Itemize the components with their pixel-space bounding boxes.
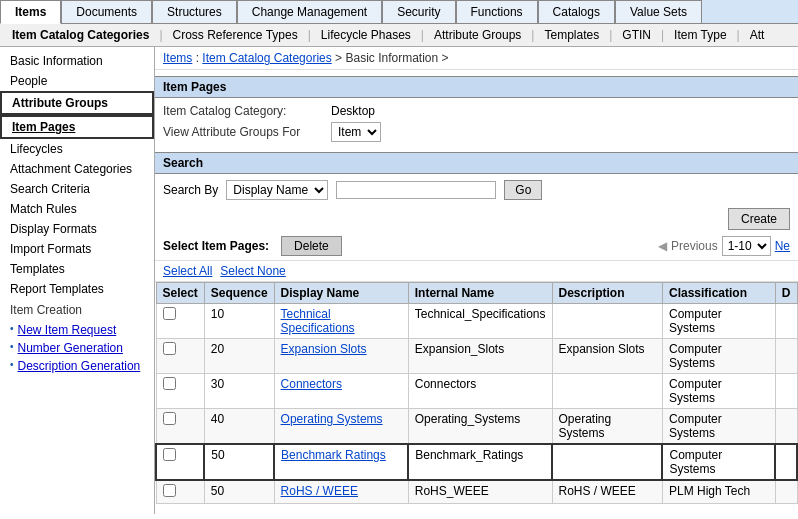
- breadcrumb: Items : Item Catalog Categories > Basic …: [155, 47, 798, 70]
- cell-display-name: Technical Specifications: [274, 304, 408, 339]
- col-header-description: Description: [552, 283, 662, 304]
- subtab-att[interactable]: Att: [742, 26, 773, 44]
- row-checkbox-4[interactable]: [163, 448, 176, 461]
- col-header-display-name: Display Name: [274, 283, 408, 304]
- table-row: 50Benchmark RatingsBenchmark_RatingsComp…: [156, 444, 797, 480]
- next-link[interactable]: Ne: [775, 239, 790, 253]
- tab-value-sets[interactable]: Value Sets: [615, 0, 702, 23]
- subtab-item-catalog-categories[interactable]: Item Catalog Categories: [4, 26, 157, 44]
- sidebar-item-attachment-categories[interactable]: Attachment Categories: [0, 159, 154, 179]
- tab-documents[interactable]: Documents: [61, 0, 152, 23]
- catalog-row: Item Catalog Category: Desktop: [163, 104, 790, 118]
- breadcrumb-items[interactable]: Items: [163, 51, 192, 65]
- sidebar-item-match-rules[interactable]: Match Rules: [0, 199, 154, 219]
- sidebar-item-import-formats[interactable]: Import Formats: [0, 239, 154, 259]
- sidebar-item-templates[interactable]: Templates: [0, 259, 154, 279]
- bullet-icon3: •: [10, 359, 14, 370]
- display-name-link-5[interactable]: RoHS / WEEE: [281, 484, 358, 498]
- select-pages-label: Select Item Pages:: [163, 239, 269, 253]
- cell-sequence: 20: [204, 339, 274, 374]
- content-area: Items : Item Catalog Categories > Basic …: [155, 47, 798, 514]
- sidebar-item-report-templates[interactable]: Report Templates: [0, 279, 154, 299]
- cell-checkbox: [156, 374, 204, 409]
- tab-change-management[interactable]: Change Management: [237, 0, 382, 23]
- display-name-link-0[interactable]: Technical Specifications: [281, 307, 355, 335]
- row-checkbox-1[interactable]: [163, 342, 176, 355]
- cell-display-name: Expansion Slots: [274, 339, 408, 374]
- sidebar-link-new-item-request[interactable]: New Item Request: [18, 323, 117, 337]
- cell-internal-name: Expansion_Slots: [408, 339, 552, 374]
- cell-display-name: RoHS / WEEE: [274, 480, 408, 504]
- sidebar-item-lifecycles[interactable]: Lifecycles: [0, 139, 154, 159]
- cell-d: [775, 444, 797, 480]
- previous-label: Previous: [671, 239, 718, 253]
- display-name-link-2[interactable]: Connectors: [281, 377, 342, 391]
- sidebar-bullet-number-generation[interactable]: • Number Generation: [0, 339, 154, 357]
- display-name-link-1[interactable]: Expansion Slots: [281, 342, 367, 356]
- table-row: 10Technical SpecificationsTechnical_Spec…: [156, 304, 797, 339]
- cell-classification: Computer Systems: [662, 304, 775, 339]
- cell-display-name: Operating Systems: [274, 409, 408, 445]
- view-select[interactable]: Item: [331, 122, 381, 142]
- tab-functions[interactable]: Functions: [456, 0, 538, 23]
- cell-description: Expansion Slots: [552, 339, 662, 374]
- subtab-item-type[interactable]: Item Type: [666, 26, 734, 44]
- sidebar-bullet-new-item-request[interactable]: • New Item Request: [0, 321, 154, 339]
- cell-classification: Computer Systems: [662, 444, 775, 480]
- subtab-gtin[interactable]: GTIN: [614, 26, 659, 44]
- sidebar-item-search-criteria[interactable]: Search Criteria: [0, 179, 154, 199]
- subtab-templates[interactable]: Templates: [536, 26, 607, 44]
- cell-sequence: 50: [204, 480, 274, 504]
- subtab-cross-reference-types[interactable]: Cross Reference Types: [165, 26, 306, 44]
- subtab-attribute-groups[interactable]: Attribute Groups: [426, 26, 529, 44]
- select-none-link[interactable]: Select None: [220, 264, 285, 278]
- cell-d: [775, 480, 797, 504]
- sidebar-item-people[interactable]: People: [0, 71, 154, 91]
- cell-internal-name: Benchmark_Ratings: [408, 444, 552, 480]
- cell-internal-name: RoHS_WEEE: [408, 480, 552, 504]
- cell-classification: Computer Systems: [662, 374, 775, 409]
- breadcrumb-item-catalog-categories[interactable]: Item Catalog Categories: [202, 51, 331, 65]
- table-row: 50RoHS / WEEERoHS_WEEERoHS / WEEEPLM Hig…: [156, 480, 797, 504]
- sidebar-item-attribute-groups[interactable]: Attribute Groups: [0, 91, 154, 115]
- search-by-label: Search By: [163, 183, 218, 197]
- cell-description: [552, 444, 662, 480]
- sidebar-item-item-pages[interactable]: Item Pages: [0, 115, 154, 139]
- display-name-link-4[interactable]: Benchmark Ratings: [281, 448, 386, 462]
- select-all-link[interactable]: Select All: [163, 264, 212, 278]
- subtab-lifecycle-phases[interactable]: Lifecycle Phases: [313, 26, 419, 44]
- delete-button[interactable]: Delete: [281, 236, 342, 256]
- tab-structures[interactable]: Structures: [152, 0, 237, 23]
- sidebar-bullet-description-generation[interactable]: • Description Generation: [0, 357, 154, 375]
- row-checkbox-0[interactable]: [163, 307, 176, 320]
- col-header-classification: Classification: [662, 283, 775, 304]
- sidebar-item-basic-information[interactable]: Basic Information: [0, 51, 154, 71]
- cell-sequence: 40: [204, 409, 274, 445]
- sidebar-item-display-formats[interactable]: Display Formats: [0, 219, 154, 239]
- top-tab-bar: Items Documents Structures Change Manage…: [0, 0, 798, 24]
- search-by-select[interactable]: Display NameInternal Name: [226, 180, 328, 200]
- select-pages-bar: Select Item Pages: Delete ◀ Previous 1-1…: [155, 232, 798, 261]
- cell-sequence: 50: [204, 444, 274, 480]
- cell-internal-name: Connectors: [408, 374, 552, 409]
- sidebar-link-description-generation[interactable]: Description Generation: [18, 359, 141, 373]
- table-row: 30ConnectorsConnectorsComputer Systems: [156, 374, 797, 409]
- create-button[interactable]: Create: [728, 208, 790, 230]
- search-input[interactable]: [336, 181, 496, 199]
- sep4: |: [531, 28, 534, 42]
- row-checkbox-2[interactable]: [163, 377, 176, 390]
- table-wrapper: Select Sequence Display Name Internal Na…: [155, 282, 798, 514]
- pagination-select[interactable]: 1-10: [722, 236, 771, 256]
- tab-items[interactable]: Items: [0, 0, 61, 24]
- cell-description: [552, 304, 662, 339]
- row-checkbox-5[interactable]: [163, 484, 176, 497]
- cell-sequence: 10: [204, 304, 274, 339]
- go-button[interactable]: Go: [504, 180, 542, 200]
- row-checkbox-3[interactable]: [163, 412, 176, 425]
- col-header-select: Select: [156, 283, 204, 304]
- col-header-sequence: Sequence: [204, 283, 274, 304]
- display-name-link-3[interactable]: Operating Systems: [281, 412, 383, 426]
- tab-catalogs[interactable]: Catalogs: [538, 0, 615, 23]
- sidebar-link-number-generation[interactable]: Number Generation: [18, 341, 123, 355]
- tab-security[interactable]: Security: [382, 0, 455, 23]
